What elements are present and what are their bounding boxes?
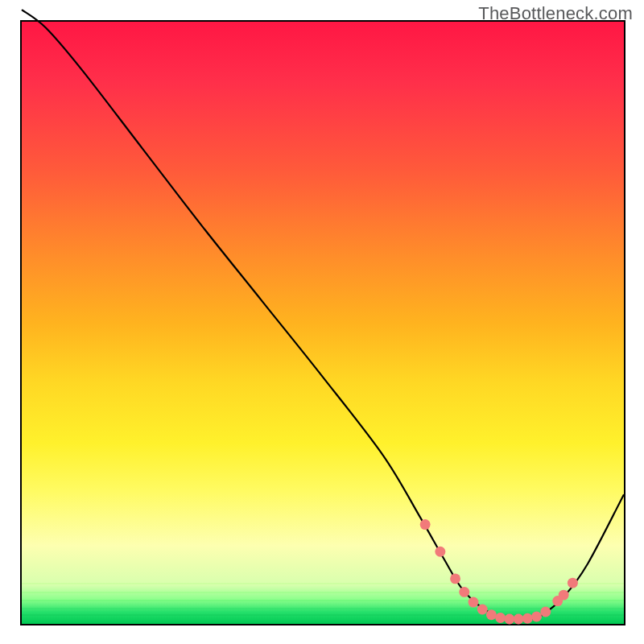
data-marker bbox=[469, 597, 479, 608]
data-marker bbox=[486, 609, 497, 620]
data-marker bbox=[504, 614, 514, 625]
marker-group bbox=[420, 519, 578, 624]
data-marker bbox=[420, 519, 431, 530]
data-marker bbox=[540, 607, 551, 617]
data-marker bbox=[522, 613, 533, 624]
data-marker bbox=[531, 612, 542, 622]
data-marker bbox=[450, 573, 460, 584]
data-marker bbox=[459, 587, 469, 597]
data-marker bbox=[435, 547, 445, 557]
watermark-text: TheBottleneck.com bbox=[478, 3, 633, 24]
data-marker bbox=[568, 578, 578, 588]
data-marker bbox=[477, 605, 488, 615]
chart-svg bbox=[22, 22, 624, 624]
chart-frame bbox=[20, 20, 625, 625]
data-marker bbox=[514, 614, 524, 625]
data-marker bbox=[559, 590, 569, 601]
bottleneck-curve bbox=[22, 10, 624, 619]
data-marker bbox=[495, 613, 506, 623]
